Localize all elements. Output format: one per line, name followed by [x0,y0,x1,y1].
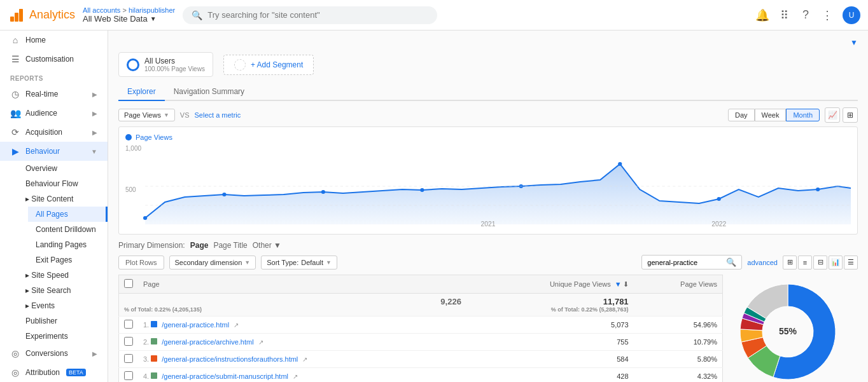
svg-point-9 [717,197,721,201]
pivot-view-icon[interactable]: ⊟ [813,256,827,269]
sidebar-item-realtime-label: Real-time [25,90,58,99]
th-unique-page-views[interactable]: Unique Page Views ▼ ⬇ [466,275,634,294]
legend-dot [125,134,132,140]
chart-area: Page Views 1,000 500 [118,126,858,235]
svg-point-5 [321,190,325,194]
sidebar-item-conversions[interactable]: ◎ Conversions ▶ [0,344,108,363]
svg-rect-1 [15,13,18,22]
comparison-view-icon[interactable]: ≡ [798,256,812,269]
avatar[interactable]: U [843,6,860,24]
table-search-input[interactable] [647,259,724,266]
row-unique-pv-cell: 755 [466,334,634,351]
plot-rows-button[interactable]: Plot Rows [118,256,164,269]
metric-selector-dropdown[interactable]: Page Views ▼ [118,109,175,121]
sidebar-item-audience[interactable]: 👥 Audience ▶ [0,104,108,123]
customisation-icon: ☰ [10,54,20,64]
date-range[interactable]: ▼ [118,38,858,47]
data-table: Page Unique Page Views ▼ ⬇ [118,275,723,382]
add-segment-button[interactable]: + Add Segment [223,55,314,75]
sidebar-item-publisher[interactable]: Publisher [18,313,108,329]
th-upv-label: Unique Page Views [550,280,611,288]
table-search-filter[interactable]: 🔍 [641,255,742,269]
notifications-icon[interactable]: 🔔 [756,9,769,22]
row-external-link-icon[interactable]: ↗ [293,373,298,380]
row-color-indicator [151,338,157,344]
secondary-dimension-dropdown[interactable]: Secondary dimension ▼ [169,256,256,269]
sidebar-item-events[interactable]: ▸ Events [18,298,108,313]
dimension-other-link[interactable]: Other ▼ [253,241,281,250]
sidebar-item-landing-pages[interactable]: Landing Pages [28,237,108,252]
svg-text:2022: 2022 [711,221,726,228]
sidebar-item-realtime[interactable]: ◷ Real-time ▶ [0,85,108,104]
sidebar-item-home[interactable]: ⌂ Home [0,31,108,50]
more-options-icon[interactable]: ⋮ [821,9,834,22]
row-checkbox[interactable] [124,371,133,380]
logo: Analytics [8,6,75,24]
dimension-page-link[interactable]: Page [190,241,209,250]
segment-sublabel: 100.00% Page Views [144,65,205,72]
sidebar-item-behaviour[interactable]: ▶ Behaviour ▼ [0,142,108,161]
sidebar-item-site-content-label: ▸ Site Content [25,194,73,203]
sidebar-item-site-search[interactable]: ▸ Site Search [18,283,108,298]
apps-icon[interactable]: ⠿ [778,9,790,22]
site-content-submenu: All Pages Content Drilldown Landing Page… [18,207,108,268]
advanced-filter-button[interactable]: advanced [747,259,778,266]
chart-legend-label: Page Views [136,133,172,141]
period-week-button[interactable]: Week [755,109,787,121]
sidebar-item-content-drilldown[interactable]: Content Drilldown [28,222,108,237]
sort-default-label: Default [301,259,323,266]
sparkline-view-icon[interactable]: 📊 [829,256,843,269]
add-segment-circle [234,59,246,71]
sidebar-item-customisation[interactable]: ☰ Customisation [0,50,108,69]
row-unique-pv-cell: 584 [466,351,634,368]
site-selector[interactable]: All Web Site Data ▼ [83,14,175,24]
search-filter-icon[interactable]: 🔍 [726,257,736,267]
sidebar-item-events-label: ▸ Events [25,301,55,310]
breadcrumb-publisher[interactable]: hilarispublisher [129,6,175,14]
sidebar-item-attribution[interactable]: ◎ Attribution BETA [0,363,108,382]
sidebar-item-acquisition[interactable]: ⟳ Acquisition ▶ [0,123,108,142]
row-page-link[interactable]: /general-practice/archive.html [162,338,253,346]
behaviour-submenu: Overview Behaviour Flow ▸ Site Content A… [0,161,108,344]
breadcrumb-all-accounts[interactable]: All accounts [83,6,120,14]
sidebar-item-acquisition-label: Acquisition [25,128,62,137]
sidebar-item-site-speed[interactable]: ▸ Site Speed [18,268,108,283]
row-checkbox[interactable] [124,354,133,363]
row-external-link-icon[interactable]: ↗ [258,339,263,346]
sidebar-item-site-content[interactable]: ▸ Site Content [18,191,108,207]
row-external-link-icon[interactable]: ↗ [302,356,307,363]
select-all-checkbox[interactable] [124,279,133,288]
global-search-bar[interactable]: 🔍 [183,6,437,24]
global-search-input[interactable] [207,10,428,20]
conversions-icon: ◎ [10,348,20,358]
sidebar-item-experiments[interactable]: Experiments [18,329,108,344]
sidebar-item-behaviour-flow[interactable]: Behaviour Flow [18,176,108,191]
tab-navigation-summary[interactable]: Navigation Summary [165,83,253,101]
row-page-link[interactable]: /general-practice.html [162,321,229,329]
sidebar-item-overview[interactable]: Overview [18,161,108,176]
row-checkbox[interactable] [124,337,133,346]
dimension-page-title-link[interactable]: Page Title [213,241,247,250]
row-page-cell: 3. /general-practice/instructionsforauth… [138,351,466,368]
row-page-link[interactable]: /general-practice/instructionsforauthors… [162,355,298,363]
sort-type-dropdown[interactable]: Sort Type: Default ▼ [261,256,337,269]
sidebar-item-exit-pages[interactable]: Exit Pages [28,252,108,268]
row-external-link-icon[interactable]: ↗ [234,322,239,329]
all-users-segment[interactable]: All Users 100.00% Page Views [118,52,213,77]
chart-settings-icon-button[interactable]: ⊞ [843,107,858,123]
help-icon[interactable]: ? [799,9,812,22]
tab-explorer[interactable]: Explorer [118,83,165,101]
period-day-button[interactable]: Day [728,109,755,121]
row-checkbox[interactable] [124,320,133,329]
lifecycle-view-icon[interactable]: ☰ [844,256,858,269]
download-icon[interactable]: ⬇ [623,280,629,289]
add-segment-label: + Add Segment [251,60,303,69]
total-upv-pct: % of Total: 0.22% (4,205,135) [124,306,461,313]
sidebar-item-all-pages[interactable]: All Pages [28,207,108,222]
grid-view-icon[interactable]: ⊞ [783,256,797,269]
select-metric-link[interactable]: Select a metric [195,111,241,119]
row-page-link[interactable]: /general-practice/submit-manuscript.html [162,372,288,380]
period-month-button[interactable]: Month [786,109,820,121]
audience-icon: 👥 [10,108,20,118]
line-chart-icon-button[interactable]: 📈 [825,107,840,123]
